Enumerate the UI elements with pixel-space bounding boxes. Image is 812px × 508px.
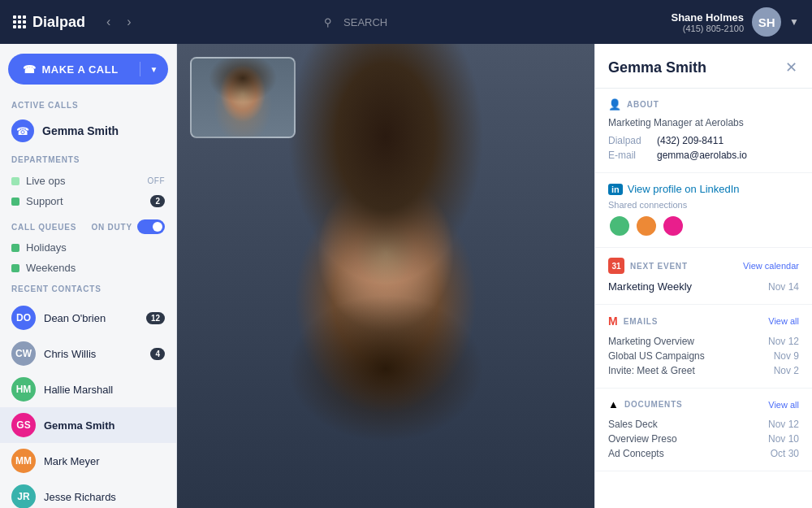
about-section: 👤 ABOUT Marketing Manager at Aerolabs Di…: [595, 89, 812, 173]
active-calls-label: ACTIVE CALLS: [0, 94, 176, 113]
pip-video[interactable]: [190, 57, 296, 138]
app-header: Dialpad ‹ › ⚲ Shane Holmes (415) 805-210…: [0, 0, 812, 44]
call-queues-label: CALL QUEUES: [11, 223, 76, 232]
departments-label: DEPARTMENTS: [0, 149, 176, 167]
emails-header: M EMAILS View all: [608, 315, 799, 328]
call-queues-header: CALL QUEUES ON DUTY: [0, 215, 176, 237]
emails-section: M EMAILS View all Marketing Overview Nov…: [595, 305, 812, 389]
documents-section: ▲ DOCUMENTS View all Sales Deck Nov 12 O…: [595, 389, 812, 471]
contacts-list: DO Dean O'brien 12 CW Chris Willis 4 HM …: [0, 297, 176, 508]
view-all-docs-link[interactable]: View all: [768, 400, 799, 410]
connection-avatar: [608, 215, 631, 237]
email-date: Nov 12: [768, 336, 799, 347]
email-row-2[interactable]: Global US Campaigns Nov 9: [608, 349, 799, 363]
contact-name: Chris Willis: [44, 348, 142, 360]
video-area: [177, 44, 594, 508]
contact-avatar: HM: [11, 377, 36, 402]
doc-name: Sales Deck: [608, 419, 658, 430]
search-input[interactable]: [314, 11, 493, 34]
contact-badge: 12: [146, 312, 165, 324]
dept-name: Live ops: [26, 175, 141, 187]
connection-avatars: [608, 215, 799, 237]
view-calendar-link[interactable]: View calendar: [743, 261, 799, 271]
on-duty-toggle[interactable]: [137, 219, 165, 234]
doc-name: Overview Preso: [608, 433, 677, 445]
contact-item[interactable]: CW Chris Willis 4: [0, 336, 176, 371]
event-name: Marketing Weekly: [608, 280, 692, 293]
next-event-section: 31 NEXT EVENT View calendar Marketing We…: [595, 248, 812, 305]
dialpad-number: (432) 209-8411: [657, 135, 723, 146]
view-all-emails-link[interactable]: View all: [768, 316, 799, 326]
about-label: ABOUT: [627, 100, 799, 109]
doc-date: Nov 10: [768, 433, 799, 445]
email-label: E-mail: [608, 150, 647, 161]
chevron-down-icon[interactable]: ▼: [789, 16, 799, 28]
queue-name: Holidays: [26, 241, 67, 254]
dept-dot: [11, 198, 19, 206]
dept-item-support[interactable]: Support 2: [0, 191, 176, 211]
email-value: gemma@aerolabs.io: [657, 150, 747, 161]
panel-contact-name: Gemma Smith: [608, 59, 706, 76]
shared-connections-label: Shared connections: [608, 200, 799, 210]
dept-item-liveops[interactable]: Live ops OFF: [0, 171, 176, 191]
dialpad-row: Dialpad (432) 209-8411: [608, 133, 799, 148]
next-event-header: 31 NEXT EVENT View calendar: [608, 258, 799, 274]
contact-item-active[interactable]: GS Gemma Smith: [0, 407, 176, 443]
avatar: SH: [752, 7, 781, 37]
linkedin-link[interactable]: in View profile on LinkedIn: [608, 183, 799, 195]
queue-item-holidays[interactable]: Holidays: [0, 237, 176, 258]
email-row-1[interactable]: Marketing Overview Nov 12: [608, 334, 799, 349]
person-icon: 👤: [608, 98, 621, 111]
contact-item[interactable]: HM Hallie Marshall: [0, 371, 176, 407]
doc-row-3[interactable]: Ad Concepts Oct 30: [608, 446, 799, 461]
phone-icon: ☎: [23, 63, 37, 76]
dept-dot: [11, 177, 19, 185]
contact-avatar: JR: [11, 484, 36, 508]
drive-icon: ▲: [608, 398, 619, 410]
contact-item[interactable]: JR Jesse Richards: [0, 479, 176, 508]
about-title: Marketing Manager at Aerolabs: [608, 117, 799, 128]
queue-name: Weekends: [26, 262, 76, 274]
event-row: Marketing Weekly Nov 14: [608, 280, 799, 293]
make-call-button[interactable]: ☎ MAKE A CALL ▼: [8, 54, 168, 85]
search-wrapper: ⚲: [314, 11, 493, 34]
back-arrow[interactable]: ‹: [102, 11, 115, 33]
logo-text: Dialpad: [32, 14, 85, 31]
queue-item-weekends[interactable]: Weekends: [0, 258, 176, 278]
contact-item[interactable]: MM Mark Meyer: [0, 443, 176, 479]
contact-avatar: CW: [11, 341, 36, 366]
email-row: E-mail gemma@aerolabs.io: [608, 148, 799, 163]
contact-name: Jesse Richards: [44, 491, 165, 503]
email-date: Nov 2: [774, 365, 799, 376]
doc-name: Ad Concepts: [608, 448, 664, 459]
departments-section: Live ops OFF Support 2: [0, 167, 176, 215]
queue-dot: [11, 244, 19, 252]
dropdown-arrow-icon[interactable]: ▼: [140, 65, 168, 74]
pip-person: [192, 59, 294, 137]
event-date: Nov 14: [768, 281, 799, 293]
logo-icon: [13, 15, 26, 28]
gmail-icon: M: [608, 315, 618, 328]
contact-avatar: DO: [11, 306, 36, 330]
make-call-label: MAKE A CALL: [42, 63, 119, 76]
next-event-label: NEXT EVENT: [630, 262, 737, 271]
user-info: Shane Holmes (415) 805-2100 SH ▼: [671, 7, 798, 37]
email-subject: Marketing Overview: [608, 336, 694, 347]
linkedin-section: in View profile on LinkedIn Shared conne…: [595, 173, 812, 248]
doc-date: Oct 30: [771, 448, 799, 459]
calendar-icon: 31: [608, 258, 624, 274]
about-header: 👤 ABOUT: [608, 98, 799, 111]
documents-header: ▲ DOCUMENTS View all: [608, 398, 799, 410]
email-subject: Global US Campaigns: [608, 350, 705, 362]
contact-item[interactable]: DO Dean O'brien 12: [0, 300, 176, 336]
close-button[interactable]: ✕: [784, 57, 799, 78]
contact-badge: 4: [150, 348, 165, 360]
email-row-3[interactable]: Invite: Meet & Greet Nov 2: [608, 363, 799, 378]
panel-header: Gemma Smith ✕: [595, 44, 812, 89]
logo: Dialpad: [13, 14, 85, 31]
active-call-item[interactable]: ☎ Gemma Smith: [0, 113, 176, 149]
contact-avatar: GS: [11, 413, 36, 437]
forward-arrow[interactable]: ›: [122, 11, 136, 33]
doc-row-2[interactable]: Overview Preso Nov 10: [608, 432, 799, 446]
doc-row-1[interactable]: Sales Deck Nov 12: [608, 417, 799, 432]
